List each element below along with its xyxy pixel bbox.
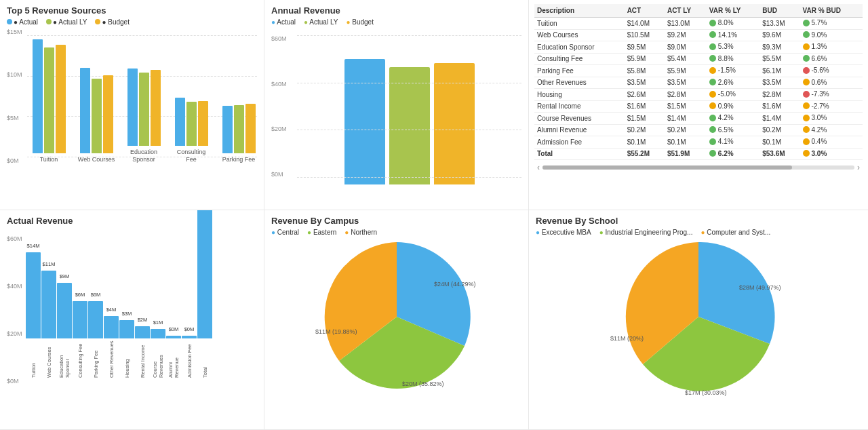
cell-varPctLY: 8.8% — [707, 53, 760, 65]
bar — [103, 75, 113, 153]
waterfall-bars: $14MTuition$11MWeb Courses$9MEducation S… — [26, 222, 257, 378]
var-dot — [709, 115, 716, 121]
bar-x-label: Other Revenues — [108, 340, 115, 378]
bar-top-label: $6M — [75, 292, 85, 298]
scroll-right-arrow[interactable]: › — [854, 163, 863, 172]
scrollbar-track[interactable] — [542, 165, 854, 170]
scrollbar-thumb[interactable] — [542, 165, 792, 170]
table-row: Alumni Revenue $0.2M $0.2M 6.5% $0.2M 4.… — [534, 124, 863, 136]
pie-label-mba: $28M (49.97%) — [739, 284, 781, 291]
cell-bud: $0.1M — [760, 136, 800, 149]
legend-actly: ● Actual LY — [53, 18, 87, 26]
table-row: Education Sponsor $9.5M $9.0M 5.3% $9.3M… — [534, 41, 863, 54]
col-description: Description — [534, 4, 625, 18]
var-dot — [803, 126, 810, 133]
annual-chart: $60M $40M $20M $0M — [271, 28, 521, 191]
waterfall-bar: $2M — [135, 326, 150, 338]
dashboard: Top 5 Revenue Sources ● Actual ● Actual … — [0, 0, 868, 430]
campus-pie-container: $24M (44.29%) $20M (35.82%) $11M (19.88%… — [271, 239, 521, 395]
var-dot — [803, 115, 810, 121]
cell-desc: Parking Fee — [534, 65, 625, 77]
waterfall-bar-wrap: $4MOther Revenues — [104, 316, 119, 378]
bar — [198, 101, 208, 146]
cell-bud: $6.1M — [760, 65, 800, 77]
waterfall-bar-wrap: $11MWeb Courses — [41, 271, 56, 378]
bar-x-label: Web Courses — [46, 340, 52, 378]
cell-act: $9.5M — [625, 41, 665, 54]
bar — [33, 39, 43, 153]
school-pie-container: $28M (49.97%) $17M (30.03%) $11M (20%) — [536, 239, 861, 395]
cell-actly: $1.4M — [665, 113, 707, 125]
cell-bud: $3.5M — [760, 77, 800, 89]
bar-top-label: $1M — [153, 319, 163, 326]
cell-varPctLY: 4.2% — [707, 113, 760, 125]
cell-bud: $1.4M — [760, 113, 800, 125]
cell-varPctLY: 6.5% — [707, 124, 760, 136]
waterfall-bar-wrap: $6MParking Fee — [88, 301, 103, 378]
table-row: Other Revenues $3.5M $3.5M 2.6% $3.5M 0.… — [534, 77, 863, 89]
bar-group: Tuition — [28, 39, 69, 164]
annual-revenue-title: Annual Revenue — [271, 5, 521, 16]
actual-revenue-panel: Actual Revenue $60M $40M $20M $0M $14MTu… — [0, 210, 264, 430]
bar — [56, 45, 66, 153]
grid-line — [297, 83, 521, 83]
legend-actual: ● Actual — [14, 18, 38, 26]
var-dot — [803, 55, 810, 62]
pie-label-central: $24M (44.29%) — [434, 281, 476, 288]
cell-bud: $1.6M — [760, 100, 800, 113]
bar-x-label: Admission Fee — [186, 340, 193, 378]
campus-pie-chart: $24M (44.29%) $20M (35.82%) $11M (19.88%… — [302, 235, 492, 398]
bar-x-label: Education Sponsor — [58, 340, 71, 378]
var-dot — [709, 126, 716, 133]
bar-x-label: Total — [202, 340, 208, 378]
var-dot — [709, 79, 716, 85]
cell-varPctLY: 4.1% — [707, 136, 760, 149]
bar-top-label: $2M — [138, 317, 148, 323]
cell-act: $10.5M — [625, 29, 665, 41]
cell-actly: $2.8M — [665, 89, 707, 101]
cell-desc: Housing — [534, 89, 625, 101]
bar — [92, 79, 102, 153]
actual-y-axis: $60M $40M $20M $0M — [7, 235, 22, 385]
school-revenue-panel: Revenue By School ● Excecutive MBA ● Ind… — [529, 210, 868, 430]
col-varPctBUD: VAR % BUD — [800, 4, 863, 18]
waterfall-bar-wrap: $0MAdmission Fee — [182, 336, 197, 378]
col-bud: BUD — [760, 4, 800, 18]
table-row: Parking Fee $5.8M $5.9M -1.5% $6.1M -5.6… — [534, 65, 863, 77]
actly-dot — [46, 19, 52, 24]
waterfall-bar-wrap: $1MCourse Revenues — [151, 329, 165, 378]
bar-x-label: Consulting Fee — [77, 340, 83, 378]
var-dot — [803, 79, 810, 85]
var-dot — [709, 138, 716, 145]
waterfall-bar-wrap: $3MHousing — [119, 320, 134, 378]
cell-actly: $51.9M — [665, 148, 707, 160]
cell-desc: Course Revenues — [534, 113, 625, 125]
school-revenue-title: Revenue By School — [536, 216, 861, 226]
scrollbar-area[interactable]: ‹ › — [534, 163, 863, 172]
cell-act: $14.0M — [625, 18, 665, 30]
var-dot — [803, 20, 810, 26]
y-axis: $15M $10M $5M $0M — [7, 28, 22, 178]
bar-top-label: $3M — [122, 311, 132, 317]
cell-actly: $5.4M — [665, 53, 707, 65]
revenue-table: Description ACT ACT LY VAR % LY BUD VAR … — [534, 4, 863, 160]
campus-revenue-panel: Revenue By Campus ● Central ● Eastern ● … — [264, 210, 529, 430]
bar — [151, 70, 161, 146]
cell-varPctLY: 2.6% — [707, 77, 760, 89]
cell-varPctBUD: 1.3% — [800, 41, 863, 54]
cell-bud: $53.6M — [760, 148, 800, 160]
table-body: Tuition $14.0M $13.0M 8.0% $13.3M 5.7% W… — [534, 18, 863, 160]
top-revenue-panel: Top 5 Revenue Sources ● Actual ● Actual … — [0, 0, 264, 210]
cell-varPctLY: 0.9% — [707, 100, 760, 113]
cell-varPctBUD: -7.3% — [800, 89, 863, 101]
cell-varPctLY: 8.0% — [707, 18, 760, 30]
cell-desc: Education Sponsor — [534, 41, 625, 54]
scroll-left-arrow[interactable]: ‹ — [534, 163, 542, 172]
cell-act: $55.2M — [625, 148, 665, 160]
annual-revenue-panel: Annual Revenue ● Actual ● Actual LY ● Bu… — [264, 0, 529, 210]
var-dot — [709, 102, 716, 109]
waterfall-bar-wrap: $6MConsulting Fee — [73, 301, 87, 378]
cell-actly: $3.5M — [665, 77, 707, 89]
bar — [44, 47, 54, 153]
waterfall-bar: $11M — [41, 271, 56, 338]
